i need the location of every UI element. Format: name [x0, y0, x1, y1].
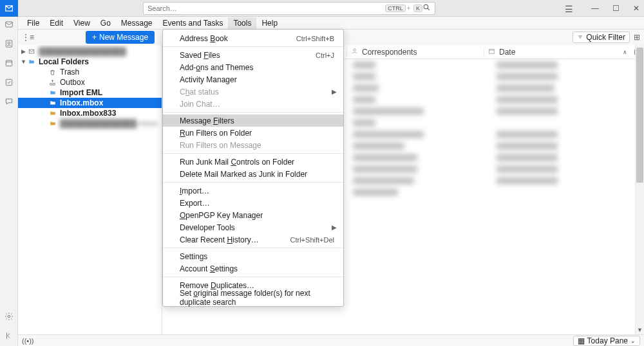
menu-separator — [163, 112, 343, 113]
menu-item-addons[interactable]: Add-ons and Themes — [163, 61, 343, 73]
person-icon — [351, 48, 358, 57]
menu-help[interactable]: Help — [256, 17, 283, 29]
outbox-row[interactable]: Outbox — [18, 77, 162, 87]
settings-space-icon[interactable] — [4, 311, 14, 322]
chevron-down-icon: ⌄ — [630, 338, 636, 344]
new-message-label: New Message — [99, 33, 148, 42]
inbox-mbox-row[interactable]: Inbox.mbox — [18, 98, 162, 108]
menu-item-label: Developer Tools — [180, 223, 235, 232]
menu-item-accountSettings[interactable]: Account Settings — [163, 262, 343, 275]
menu-item-settings[interactable]: Settings — [163, 250, 343, 262]
network-status-icon[interactable]: ((•)) — [22, 337, 34, 345]
menu-separator — [163, 46, 343, 47]
menu-item-setOriginal[interactable]: Set original message folder(s) for next … — [163, 291, 343, 304]
menu-tools[interactable]: Tools — [228, 17, 256, 29]
menu-item-activity[interactable]: Activity Manager — [163, 73, 343, 86]
menu-item-runFolder[interactable]: Run Filters on Folder — [163, 127, 343, 139]
menu-view[interactable]: View — [68, 17, 95, 29]
tools-menu-dropdown: Address BookCtrl+Shift+BSaved FilesCtrl+… — [162, 29, 344, 307]
menu-item-label: Import… — [180, 187, 209, 196]
spaces-toolbar — [0, 17, 18, 346]
display-options-icon[interactable]: ⊞ — [634, 33, 640, 42]
menu-item-label: Add-ons and Themes — [180, 63, 254, 72]
col-date[interactable]: Date ∧ ▦ — [484, 48, 644, 57]
menu-item-devtools[interactable]: Developer Tools▶ — [163, 221, 343, 233]
tasks-space-icon[interactable] — [4, 77, 14, 87]
scrollbar[interactable]: ▼ — [635, 45, 644, 334]
chevron-down-icon[interactable]: ▼ — [21, 59, 26, 65]
svg-rect-7 — [6, 79, 12, 85]
account-name: ████████████████ — [39, 47, 126, 56]
collapse-space-icon[interactable] — [4, 331, 14, 341]
hamburger-icon[interactable]: ☰ — [565, 4, 573, 14]
search-icon[interactable] — [422, 3, 431, 14]
menu-item-deleteJunk[interactable]: Delete Mail Marked as Junk in Folder — [163, 168, 343, 180]
minimize-button[interactable]: — — [591, 4, 599, 13]
svg-rect-2 — [5, 22, 12, 27]
msg-menu-icon[interactable]: ⋮≡ — [22, 33, 34, 42]
menu-item-label: Join Chat… — [180, 100, 220, 109]
submenu-arrow-icon: ▶ — [332, 224, 337, 231]
menu-shortcut: Ctrl+Shift+Del — [290, 236, 334, 244]
new-message-button[interactable]: + New Message — [86, 31, 155, 44]
chat-space-icon[interactable] — [4, 96, 14, 107]
kbd-plus: + — [407, 5, 410, 12]
trash-label: Trash — [60, 68, 79, 77]
svg-point-13 — [354, 48, 356, 51]
plus-icon: + — [92, 33, 97, 42]
global-search[interactable]: CTRL + K — [143, 2, 435, 15]
local-folders-label: Local Folders — [39, 57, 89, 66]
calendar-space-icon[interactable] — [4, 58, 14, 68]
inbox-mbox833-row[interactable]: Inbox.mbox833 — [18, 108, 162, 118]
chevron-right-icon[interactable]: ▶ — [21, 48, 26, 55]
local-folders-row[interactable]: ▼ Local Folders — [18, 57, 162, 67]
mail-space-icon[interactable] — [4, 19, 14, 30]
calendar-icon — [488, 48, 495, 57]
menu-item-label: OpenPGP Key Manager — [180, 211, 263, 220]
menu-item-addressBook[interactable]: Address BookCtrl+Shift+B — [163, 32, 343, 44]
quick-filter-button[interactable]: Quick Filter — [573, 32, 630, 43]
folder-pane: ▶ ████████████████ ▼ Local Folders Trash… — [18, 45, 162, 334]
app-mail-icon[interactable] — [0, 0, 18, 17]
addressbook-space-icon[interactable] — [4, 39, 14, 49]
blurred-folder-label: ██████████████.mbox — [60, 119, 158, 128]
menu-item-import[interactable]: Import… — [163, 185, 343, 197]
outbox-icon — [49, 79, 58, 86]
menu-item-savedFiles[interactable]: Saved FilesCtrl+J — [163, 49, 343, 61]
svg-rect-5 — [6, 60, 12, 66]
menu-shortcut: Ctrl+Shift+B — [296, 35, 334, 42]
scroll-down-icon[interactable]: ▼ — [637, 327, 643, 333]
folder-icon — [49, 89, 58, 96]
close-button[interactable]: ✕ — [632, 4, 640, 13]
trash-row[interactable]: Trash — [18, 67, 162, 77]
menu-item-junkFolder[interactable]: Run Junk Mail Controls on Folder — [163, 156, 343, 168]
menu-item-export[interactable]: Export… — [163, 197, 343, 209]
menu-item-chatStatus: Chat status▶ — [163, 86, 343, 98]
col-correspondents-label: Correspondents — [362, 48, 417, 57]
svg-point-8 — [8, 315, 10, 318]
maximize-button[interactable]: ☐ — [612, 4, 620, 13]
search-input[interactable] — [147, 5, 383, 12]
menu-item-label: Address Book — [180, 34, 228, 43]
today-pane-button[interactable]: ▦ Today Pane ⌄ — [573, 336, 640, 346]
col-correspondents[interactable]: Correspondents — [346, 48, 484, 57]
import-eml-row[interactable]: Import EML — [18, 87, 162, 98]
col-date-label: Date — [499, 48, 515, 57]
menu-item-label: Run Filters on Folder — [180, 129, 252, 138]
quick-filter-label: Quick Filter — [586, 33, 625, 42]
account-row[interactable]: ▶ ████████████████ — [18, 46, 162, 57]
menu-edit[interactable]: Edit — [44, 17, 68, 29]
blurred-folder-row[interactable]: ██████████████.mbox — [18, 118, 162, 129]
trash-icon — [49, 69, 58, 76]
menu-item-label: Settings — [180, 252, 207, 261]
menu-events[interactable]: Events and Tasks — [158, 17, 229, 29]
sort-asc-icon[interactable]: ∧ — [623, 49, 627, 55]
menu-item-clearHistory[interactable]: Clear Recent History…Ctrl+Shift+Del — [163, 233, 343, 246]
menu-file[interactable]: File — [22, 17, 44, 29]
menu-go[interactable]: Go — [95, 17, 116, 29]
menu-item-label: Export… — [180, 199, 210, 208]
menu-message[interactable]: Message — [116, 17, 158, 29]
menu-item-openpgp[interactable]: OpenPGP Key Manager — [163, 209, 343, 221]
scrollbar-thumb[interactable] — [636, 48, 643, 183]
menu-item-filters[interactable]: Message Filters — [163, 114, 343, 127]
